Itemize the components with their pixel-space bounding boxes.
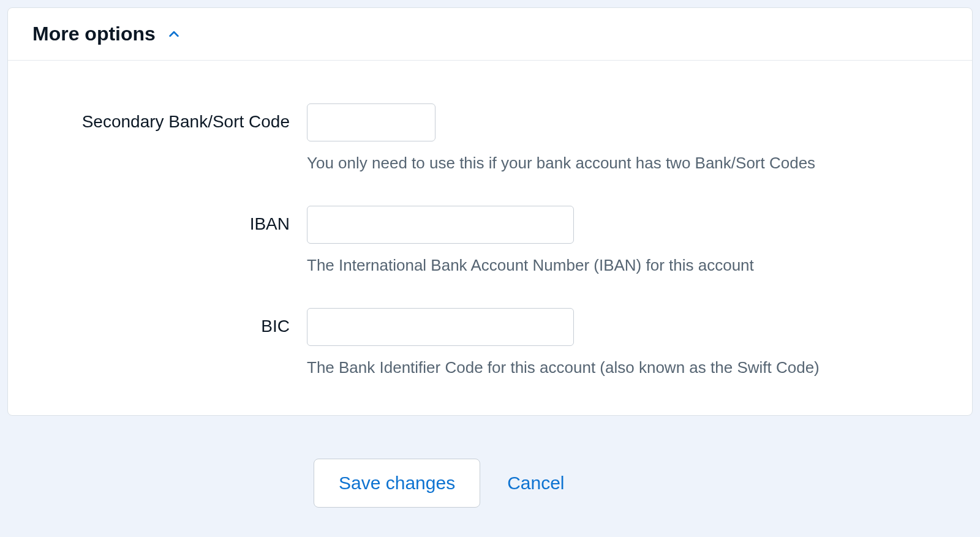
secondary-sort-input[interactable] (307, 103, 435, 141)
iban-input[interactable] (307, 206, 574, 244)
iban-label: IBAN (250, 214, 290, 233)
save-changes-button[interactable]: Save changes (314, 459, 480, 508)
field-row-iban: IBAN The International Bank Account Numb… (45, 206, 935, 276)
bic-input[interactable] (307, 308, 574, 346)
secondary-sort-help: You only need to use this if your bank a… (307, 152, 935, 174)
panel-body: Secondary Bank/Sort Code You only need t… (8, 61, 972, 415)
panel-title: More options (32, 23, 156, 45)
iban-help: The International Bank Account Number (I… (307, 255, 935, 276)
field-row-bic: BIC The Bank Identifier Code for this ac… (45, 308, 935, 378)
field-row-secondary-sort: Secondary Bank/Sort Code You only need t… (45, 103, 935, 174)
panel-header[interactable]: More options (8, 8, 972, 61)
bic-label: BIC (261, 317, 290, 336)
chevron-up-icon (167, 27, 181, 42)
cancel-button[interactable]: Cancel (507, 459, 564, 507)
bic-help: The Bank Identifier Code for this accoun… (307, 357, 935, 378)
more-options-panel: More options Secondary Bank/Sort Code Yo… (7, 7, 973, 416)
actions-bar: Save changes Cancel (314, 459, 973, 508)
secondary-sort-label: Secondary Bank/Sort Code (82, 112, 290, 131)
